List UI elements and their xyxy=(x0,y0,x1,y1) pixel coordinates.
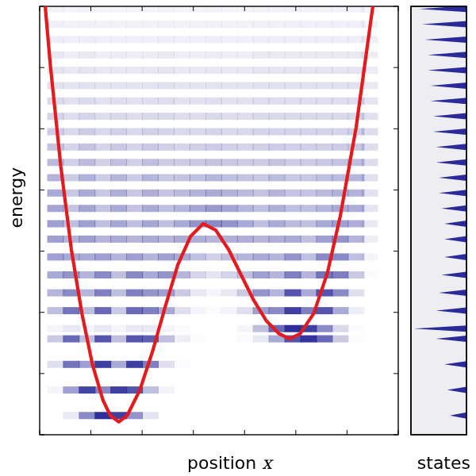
svg-rect-130 xyxy=(301,290,317,297)
svg-rect-482 xyxy=(237,21,254,28)
svg-rect-259 xyxy=(362,190,378,197)
svg-rect-348 xyxy=(110,113,127,120)
svg-rect-86 xyxy=(237,325,254,332)
svg-rect-87 xyxy=(253,325,270,332)
svg-rect-123 xyxy=(190,290,206,297)
svg-rect-380 xyxy=(285,98,301,105)
svg-rect-437 xyxy=(190,52,206,59)
svg-rect-367 xyxy=(79,98,95,105)
svg-rect-214 xyxy=(317,221,333,228)
svg-rect-274 xyxy=(269,175,286,182)
svg-rect-448 xyxy=(362,52,378,59)
svg-rect-254 xyxy=(285,190,301,197)
svg-rect-200 xyxy=(94,221,111,228)
svg-rect-50 xyxy=(48,361,64,368)
svg-rect-493 xyxy=(79,6,95,13)
svg-rect-99 xyxy=(126,307,143,314)
svg-rect-491 xyxy=(48,6,64,13)
svg-rect-230 xyxy=(237,205,254,212)
svg-rect-271 xyxy=(221,175,238,182)
svg-rect-453 xyxy=(110,36,127,43)
svg-rect-352 xyxy=(174,113,190,120)
svg-rect-377 xyxy=(237,98,254,105)
svg-rect-188 xyxy=(237,236,254,243)
svg-rect-488 xyxy=(332,21,348,28)
svg-rect-390 xyxy=(110,82,127,89)
svg-rect-162 xyxy=(158,253,175,260)
svg-rect-154 xyxy=(362,271,378,278)
svg-rect-67 xyxy=(174,336,190,343)
svg-rect-467 xyxy=(332,36,348,43)
svg-rect-273 xyxy=(253,175,270,182)
svg-rect-456 xyxy=(158,36,175,43)
svg-rect-394 xyxy=(174,82,190,89)
svg-rect-266 xyxy=(142,175,159,182)
svg-rect-370 xyxy=(126,98,143,105)
svg-rect-408 xyxy=(63,67,79,74)
svg-rect-92 xyxy=(332,325,348,332)
svg-rect-180 xyxy=(110,236,127,243)
svg-rect-136 xyxy=(79,271,95,278)
svg-rect-382 xyxy=(317,98,333,105)
svg-rect-313 xyxy=(221,144,238,151)
svg-rect-150 xyxy=(301,271,317,278)
svg-rect-276 xyxy=(301,175,317,182)
svg-rect-104 xyxy=(205,307,222,314)
svg-rect-245 xyxy=(142,190,159,197)
svg-rect-134 xyxy=(48,271,64,278)
svg-rect-299 xyxy=(332,159,348,166)
svg-rect-213 xyxy=(301,221,317,228)
svg-rect-111 xyxy=(317,307,333,314)
svg-rect-129 xyxy=(285,290,301,297)
svg-rect-62 xyxy=(94,336,111,343)
svg-rect-103 xyxy=(190,307,206,314)
svg-rect-235 xyxy=(317,205,333,212)
svg-rect-290 xyxy=(190,159,206,166)
svg-rect-325 xyxy=(79,129,95,136)
svg-rect-157 xyxy=(79,253,95,260)
svg-rect-277 xyxy=(317,175,333,182)
svg-rect-239 xyxy=(48,190,64,197)
svg-rect-223 xyxy=(126,205,143,212)
svg-rect-66 xyxy=(158,336,175,343)
svg-rect-263 xyxy=(94,175,111,182)
svg-rect-293 xyxy=(237,159,254,166)
svg-rect-80 xyxy=(94,325,111,332)
svg-rect-209 xyxy=(237,221,254,228)
svg-rect-337 xyxy=(269,129,286,136)
svg-rect-435 xyxy=(158,52,175,59)
svg-rect-297 xyxy=(301,159,317,166)
svg-rect-169 xyxy=(269,253,286,260)
svg-rect-224 xyxy=(142,205,159,212)
svg-rect-332 xyxy=(190,129,206,136)
svg-rect-373 xyxy=(174,98,190,105)
svg-rect-440 xyxy=(237,52,254,59)
svg-rect-252 xyxy=(253,190,270,197)
svg-rect-314 xyxy=(237,144,254,151)
svg-rect-76 xyxy=(347,336,364,343)
svg-rect-328 xyxy=(126,129,143,136)
svg-rect-418 xyxy=(221,67,238,74)
svg-rect-317 xyxy=(285,144,301,151)
svg-rect-85 xyxy=(174,325,190,332)
svg-rect-226 xyxy=(174,205,190,212)
svg-rect-168 xyxy=(253,253,270,260)
svg-rect-450 xyxy=(63,36,79,43)
svg-rect-451 xyxy=(79,36,95,43)
svg-rect-420 xyxy=(253,67,270,74)
svg-rect-306 xyxy=(110,144,127,151)
svg-rect-243 xyxy=(110,190,127,197)
svg-rect-46 xyxy=(110,386,127,393)
svg-rect-480 xyxy=(205,21,222,28)
svg-rect-330 xyxy=(158,129,175,136)
svg-rect-145 xyxy=(221,271,238,278)
svg-rect-36 xyxy=(63,412,79,419)
svg-rect-286 xyxy=(126,159,143,166)
svg-rect-144 xyxy=(205,271,222,278)
svg-rect-301 xyxy=(362,159,378,166)
svg-rect-421 xyxy=(269,67,286,74)
svg-rect-283 xyxy=(79,159,95,166)
svg-rect-255 xyxy=(301,190,317,197)
svg-rect-182 xyxy=(142,236,159,243)
svg-rect-395 xyxy=(190,82,206,89)
